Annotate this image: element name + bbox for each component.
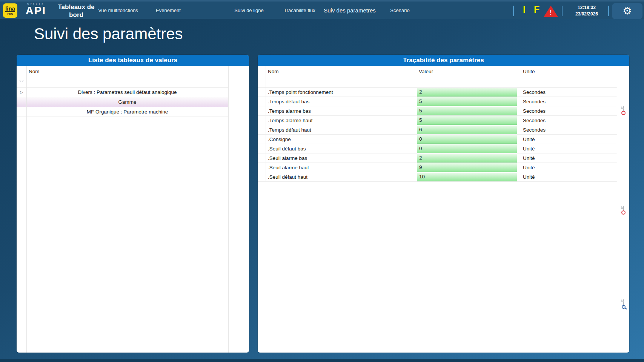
row-header-cell [258,153,266,163]
column-header-valeur: Valeur [413,69,518,74]
api-logo-text: API [21,5,51,16]
bottom-edge [0,359,644,362]
row-label: Gamme [26,99,228,105]
table-row[interactable]: .Consigne 0 Unité [258,135,617,144]
nav-suiv-des-parametres[interactable]: Suiv des parametres [324,7,376,14]
document-history-icon[interactable] [623,107,624,114]
param-value-cell[interactable]: 9 [413,163,518,172]
clock-badge [621,111,626,115]
filter-funnel-icon[interactable] [17,80,26,85]
document-history-icon[interactable] [623,206,624,213]
table-row[interactable]: .Temps défaut haut 6 Secondes [258,125,617,135]
param-name: .Temps défaut haut [266,127,413,133]
lina-logo-pro: PRO [7,12,13,16]
param-unit: Secondes [518,89,617,95]
param-unit: Unité [518,146,617,152]
top-bar: lina PRO Groupe API Tableaux de bord Vue… [0,0,644,19]
app-title: Tableaux de bord [54,3,99,19]
right-table-filter-row[interactable] [258,77,617,87]
param-value-cell[interactable]: 5 [413,116,518,125]
param-value[interactable]: 10 [417,173,517,181]
param-unit: Secondes [518,108,617,114]
param-value-cell[interactable]: 6 [413,126,518,134]
left-panel-title: Liste des tableaux de valeurs [17,55,249,66]
lina-logo-text: lina [5,6,15,12]
lina-pro-logo: lina PRO [3,3,17,18]
param-name: .Temps alarme bas [266,108,413,114]
param-value[interactable]: 5 [417,97,517,106]
document-search-icon[interactable] [623,300,624,307]
param-value[interactable]: 9 [417,163,517,172]
warning-triangle-icon[interactable]: ! [544,6,558,17]
side-action-strip [617,66,629,353]
table-row[interactable]: MF Organique : Parametre machine [17,107,228,117]
nav-suivi-de-ligne[interactable]: Suivi de ligne [234,8,263,13]
expand-arrow-icon[interactable]: ▷ [17,90,26,94]
row-header-cell [258,163,266,172]
table-row[interactable]: .Temps alarme haut 5 Secondes [258,116,617,125]
clock-date: 23/02/2026 [575,11,598,17]
param-value-cell[interactable]: 0 [413,135,518,144]
param-value[interactable]: 0 [417,135,517,144]
param-unit: Unité [518,137,617,142]
param-unit: Unité [518,155,617,161]
strip-divider [618,269,628,269]
table-row[interactable]: .Seuil alarme bas 2 Unité [258,153,617,163]
param-value[interactable]: 2 [417,154,517,163]
param-unit: Secondes [518,118,617,123]
table-row[interactable]: .Seuil alarme haut 9 Unité [258,163,617,172]
param-value-cell[interactable]: 10 [413,173,518,181]
nav-evenement[interactable]: Evénement [156,8,181,13]
table-row[interactable]: .Temps défaut bas 5 Secondes [258,97,617,106]
document-glyph [623,206,624,213]
param-name: .Seuil alarme haut [266,165,413,170]
param-value[interactable]: 5 [417,107,517,115]
panel-liste-tableaux-valeurs: Liste des tableaux de valeurs Nom ▷ Dive… [17,55,249,353]
table-row[interactable]: ▷ Divers : Parametres seuil défaut analo… [17,87,228,97]
nav-tracabilite-flux[interactable]: Tracabilité flux [284,8,315,13]
nav-scenario[interactable]: Scénario [390,8,409,13]
param-name: .Seuil défaut bas [266,146,413,152]
table-row[interactable]: .Seuil défaut haut 10 Unité [258,172,617,182]
groupe-api-logo: Groupe API [21,3,51,16]
param-value-cell[interactable]: 0 [413,144,518,153]
param-unit: Secondes [518,127,617,133]
topbar-divider [608,6,609,16]
param-value-cell[interactable]: 5 [413,97,518,106]
clock: 12:18:32 23/02/2026 [568,5,606,18]
right-table-header-row: Nom Valeur Unité [258,66,617,77]
param-name: .Temps point fonctionnement [266,89,413,95]
row-header-cell [258,116,266,125]
param-value-cell[interactable]: 5 [413,107,518,115]
row-header-column [258,77,266,87]
right-panel-title: Traçabilité des paramètres [258,55,629,66]
column-header-nom: Nom [266,69,413,74]
param-unit: Secondes [518,99,617,104]
row-header-cell [258,106,266,115]
param-name: .Seuil alarme bas [266,155,413,161]
param-name: .Temps défaut bas [266,99,413,104]
param-unit: Unité [518,174,617,180]
param-value[interactable]: 6 [417,126,517,134]
column-header-unite: Unité [518,69,617,74]
param-value[interactable]: 5 [417,116,517,125]
document-glyph [623,106,624,114]
table-row-selected[interactable]: Gamme [17,97,228,107]
param-value-cell[interactable]: 2 [413,88,518,97]
clock-time: 12:18:32 [578,5,596,10]
indicator-f: F [534,4,539,15]
table-row[interactable]: .Seuil défaut bas 0 Unité [258,144,617,153]
nav-vue-multifonctions[interactable]: Vue multifonctions [98,8,138,13]
param-value[interactable]: 2 [417,88,517,97]
panel-tracabilite-parametres: Traçabilité des paramètres Nom Valeur Un… [258,55,629,353]
strip-divider [618,168,628,168]
param-value[interactable]: 0 [417,144,517,153]
param-value-cell[interactable]: 2 [413,154,518,163]
table-row[interactable]: .Temps alarme bas 5 Secondes [258,106,617,116]
settings-button[interactable]: ⚙ [612,3,642,19]
left-table-filter-row[interactable] [17,77,228,87]
document-glyph [623,299,624,307]
row-header-cell [258,172,266,181]
clock-badge [621,210,626,215]
table-row[interactable]: .Temps point fonctionnement 2 Secondes [258,87,617,97]
